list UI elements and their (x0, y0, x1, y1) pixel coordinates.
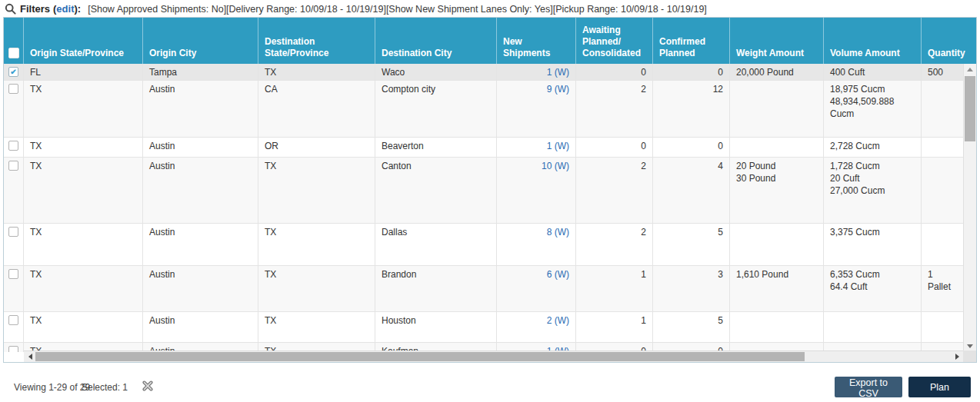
export-to-csv-button[interactable]: Export to CSV (835, 377, 902, 397)
table-row: TXAustinTXBrandon6 (W)131,610 Pound6,353… (4, 266, 963, 312)
column-header-awaiting-planned-consolidated[interactable]: Awaiting Planned/ Consolidated (576, 18, 653, 64)
table-row: TXAustinORBeaverton1 (W)002,728 Cucm (4, 138, 963, 158)
selected-count: Selected: 1 (82, 382, 128, 393)
header-filler (963, 18, 976, 64)
cell-confirmed-planned: 12 (653, 81, 730, 137)
cell-confirmed-planned: 0 (653, 138, 730, 157)
close-paren: ): (74, 3, 81, 15)
scroll-right-arrow-icon[interactable] (952, 351, 962, 362)
cell-destination-city: Waco (375, 64, 497, 80)
cell-awaiting-planned-consolidated: 1 (576, 266, 653, 311)
column-header-weight-amount[interactable]: Weight Amount (730, 18, 824, 64)
row-select-cell (4, 81, 24, 137)
edit-filters-link[interactable]: edit (56, 3, 74, 15)
cell-awaiting-planned-consolidated: 1 (576, 312, 653, 342)
filter-summary: [Show Approved Shipments: No][Delivery R… (88, 4, 707, 15)
clear-selection-icon[interactable] (142, 380, 154, 392)
cell-origin-state: TX (24, 81, 143, 137)
scroll-left-arrow-icon[interactable] (25, 351, 35, 362)
row-checkbox[interactable] (8, 269, 18, 279)
cell-origin-city: Austin (143, 138, 258, 157)
cell-weight-amount (730, 138, 824, 157)
column-header-label: Confirmed Planned (659, 36, 723, 59)
table-row: TXAustinCACompton city9 (W)21218,975 Cuc… (4, 81, 963, 138)
cell-awaiting-planned-consolidated: 0 (576, 138, 653, 157)
shipment-lanes-grid: Origin State/Province Origin City Destin… (3, 17, 977, 363)
row-checkbox[interactable] (8, 346, 18, 352)
cell-weight-amount: 20 Pound30 Pound (730, 158, 824, 223)
column-header-destination-state-province[interactable]: Destination State/Province (258, 18, 375, 64)
horizontal-scrollbar[interactable] (24, 351, 963, 362)
column-header-confirmed-planned[interactable]: Confirmed Planned (653, 18, 730, 64)
new-shipments-link[interactable]: 10 (W) (503, 160, 569, 172)
scroll-up-arrow-icon[interactable] (964, 64, 976, 75)
cell-quantity (922, 158, 963, 223)
cell-destination-state: CA (258, 81, 375, 137)
row-select-cell (4, 138, 24, 157)
row-checkbox[interactable] (8, 227, 18, 237)
cell-quantity: 1 Pallet (922, 266, 963, 311)
column-header-label: Origin State/Province (30, 48, 124, 59)
row-checkbox[interactable] (8, 141, 18, 151)
cell-destination-state: TX (258, 64, 375, 80)
column-header-label: Awaiting Planned/ Consolidated (582, 25, 646, 59)
row-select-cell (4, 312, 24, 342)
table-row: ✔FLTampaTXWaco1 (W)0020,000 Pound400 Cuf… (4, 64, 963, 81)
cell-weight-amount: 20,000 Pound (730, 64, 824, 80)
column-header-label: New Shipments (503, 36, 569, 59)
cell-new-shipments: 8 (W) (497, 224, 576, 265)
column-header-label: Origin City (149, 48, 196, 59)
vertical-scrollbar-thumb[interactable] (965, 76, 975, 141)
cell-volume-amount: 3,375 Cucm (824, 224, 922, 265)
new-shipments-link[interactable]: 8 (W) (503, 226, 569, 238)
cell-new-shipments: 10 (W) (497, 158, 576, 223)
cell-quantity (922, 224, 963, 265)
cell-confirmed-planned: 5 (653, 224, 730, 265)
row-checkbox[interactable]: ✔ (8, 67, 18, 77)
horizontal-scrollbar-thumb[interactable] (35, 352, 805, 361)
row-select-cell (4, 224, 24, 265)
row-select-cell (4, 266, 24, 311)
row-checkbox[interactable] (8, 315, 18, 325)
cell-confirmed-planned: 0 (653, 64, 730, 80)
cell-destination-state: TX (258, 158, 375, 223)
column-header-volume-amount[interactable]: Volume Amount (824, 18, 922, 64)
cell-new-shipments: 9 (W) (497, 81, 576, 137)
column-header-origin-state-province[interactable]: Origin State/Province (24, 18, 143, 64)
cell-origin-city: Austin (143, 266, 258, 311)
plan-button[interactable]: Plan (908, 377, 971, 397)
table-row: TXAustinTXDallas8 (W)253,375 Cucm (4, 224, 963, 266)
cell-quantity (922, 81, 963, 137)
filters-edit-wrap: (edit): (53, 3, 81, 15)
cell-origin-state: FL (24, 64, 143, 80)
search-icon (5, 3, 16, 15)
cell-destination-state: TX (258, 312, 375, 342)
select-all-header-cell[interactable] (4, 18, 24, 64)
cell-origin-state: TX (24, 312, 143, 342)
cell-origin-state: TX (24, 138, 143, 157)
new-shipments-link[interactable]: 2 (W) (503, 314, 569, 327)
row-checkbox[interactable] (8, 84, 18, 94)
column-header-label: Destination City (382, 48, 452, 59)
column-header-destination-city[interactable]: Destination City (375, 18, 497, 64)
column-header-origin-city[interactable]: Origin City (143, 18, 258, 64)
grid-body: ✔FLTampaTXWaco1 (W)0020,000 Pound400 Cuf… (4, 64, 963, 352)
column-header-label: Quantity (928, 48, 965, 59)
column-header-new-shipments[interactable]: New Shipments (497, 18, 576, 64)
cell-destination-city: Brandon (375, 266, 497, 311)
column-header-quantity[interactable]: Quantity (922, 18, 963, 64)
vertical-scrollbar[interactable] (963, 64, 976, 352)
new-shipments-link[interactable]: 6 (W) (503, 268, 569, 281)
new-shipments-link[interactable]: 1 (W) (503, 140, 569, 152)
select-all-checkbox[interactable] (8, 48, 19, 58)
row-checkbox[interactable] (8, 161, 18, 171)
cell-origin-city: Austin (143, 158, 258, 223)
new-shipments-link[interactable]: 1 (W) (503, 66, 569, 78)
row-select-cell (4, 343, 24, 352)
cell-volume-amount: 6,353 Cucm64.4 Cuft (824, 266, 922, 311)
new-shipments-link[interactable]: 9 (W) (503, 83, 569, 95)
cell-destination-city: Canton (375, 158, 497, 223)
cell-destination-state: TX (258, 266, 375, 311)
cell-new-shipments: 1 (W) (497, 138, 576, 157)
column-header-label: Volume Amount (830, 48, 900, 59)
